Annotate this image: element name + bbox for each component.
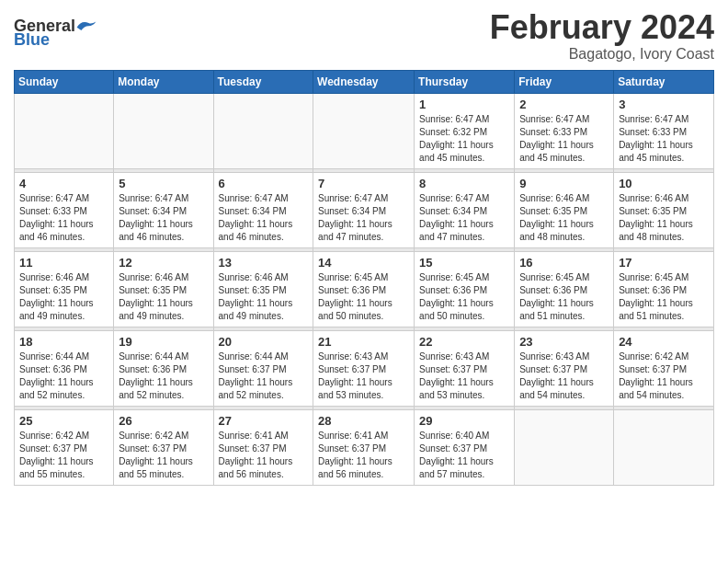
calendar-cell: 1Sunrise: 6:47 AM Sunset: 6:32 PM Daylig…	[415, 93, 515, 168]
calendar-week-3: 11Sunrise: 6:46 AM Sunset: 6:35 PM Dayli…	[15, 251, 714, 327]
calendar-cell: 5Sunrise: 6:47 AM Sunset: 6:34 PM Daylig…	[114, 172, 213, 247]
calendar-cell: 16Sunrise: 6:45 AM Sunset: 6:36 PM Dayli…	[515, 251, 614, 327]
cell-day-number: 17	[619, 256, 709, 270]
calendar-cell: 9Sunrise: 6:46 AM Sunset: 6:35 PM Daylig…	[515, 172, 614, 247]
cell-info: Sunrise: 6:45 AM Sunset: 6:36 PM Dayligh…	[419, 271, 509, 323]
cell-info: Sunrise: 6:47 AM Sunset: 6:34 PM Dayligh…	[419, 192, 509, 244]
calendar-cell: 17Sunrise: 6:45 AM Sunset: 6:36 PM Dayli…	[614, 251, 714, 327]
cell-info: Sunrise: 6:45 AM Sunset: 6:36 PM Dayligh…	[519, 271, 609, 323]
calendar-cell: 7Sunrise: 6:47 AM Sunset: 6:34 PM Daylig…	[313, 172, 415, 247]
cell-info: Sunrise: 6:47 AM Sunset: 6:33 PM Dayligh…	[619, 113, 709, 165]
cell-day-number: 2	[519, 98, 609, 111]
header-saturday: Saturday	[614, 70, 714, 93]
cell-day-number: 21	[318, 335, 409, 349]
calendar-cell: 15Sunrise: 6:45 AM Sunset: 6:36 PM Dayli…	[415, 251, 515, 327]
cell-info: Sunrise: 6:47 AM Sunset: 6:34 PM Dayligh…	[119, 192, 208, 244]
calendar-cell: 28Sunrise: 6:41 AM Sunset: 6:37 PM Dayli…	[313, 409, 415, 485]
calendar-cell: 23Sunrise: 6:43 AM Sunset: 6:37 PM Dayli…	[515, 330, 614, 406]
cell-info: Sunrise: 6:45 AM Sunset: 6:36 PM Dayligh…	[318, 271, 409, 323]
calendar-week-5: 25Sunrise: 6:42 AM Sunset: 6:37 PM Dayli…	[15, 409, 714, 485]
cell-day-number: 23	[519, 335, 609, 349]
cell-info: Sunrise: 6:41 AM Sunset: 6:37 PM Dayligh…	[219, 430, 309, 481]
header-wednesday: Wednesday	[313, 70, 415, 93]
cell-info: Sunrise: 6:47 AM Sunset: 6:33 PM Dayligh…	[519, 113, 609, 165]
cell-info: Sunrise: 6:46 AM Sunset: 6:35 PM Dayligh…	[19, 271, 108, 323]
calendar-cell: 3Sunrise: 6:47 AM Sunset: 6:33 PM Daylig…	[614, 93, 714, 168]
calendar-cell: 14Sunrise: 6:45 AM Sunset: 6:36 PM Dayli…	[313, 251, 415, 327]
header-tuesday: Tuesday	[213, 70, 313, 93]
cell-info: Sunrise: 6:47 AM Sunset: 6:33 PM Dayligh…	[19, 192, 108, 244]
cell-info: Sunrise: 6:46 AM Sunset: 6:35 PM Dayligh…	[219, 271, 309, 323]
cell-info: Sunrise: 6:41 AM Sunset: 6:37 PM Dayligh…	[318, 430, 409, 481]
cell-day-number: 19	[119, 335, 208, 349]
calendar-cell: 8Sunrise: 6:47 AM Sunset: 6:34 PM Daylig…	[415, 172, 515, 247]
cell-day-number: 8	[419, 177, 509, 190]
cell-day-number: 6	[219, 177, 309, 190]
cell-info: Sunrise: 6:47 AM Sunset: 6:34 PM Dayligh…	[219, 192, 309, 244]
calendar-cell: 10Sunrise: 6:46 AM Sunset: 6:35 PM Dayli…	[614, 172, 714, 247]
cell-day-number: 1	[419, 98, 509, 111]
cell-day-number: 25	[19, 414, 108, 428]
calendar-cell: 4Sunrise: 6:47 AM Sunset: 6:33 PM Daylig…	[15, 172, 114, 247]
cell-day-number: 16	[519, 256, 609, 270]
cell-info: Sunrise: 6:44 AM Sunset: 6:36 PM Dayligh…	[19, 350, 108, 402]
calendar-header-row: SundayMondayTuesdayWednesdayThursdayFrid…	[15, 70, 714, 93]
cell-day-number: 3	[619, 98, 709, 111]
cell-info: Sunrise: 6:46 AM Sunset: 6:35 PM Dayligh…	[519, 192, 609, 244]
calendar-week-2: 4Sunrise: 6:47 AM Sunset: 6:33 PM Daylig…	[15, 172, 714, 247]
cell-info: Sunrise: 6:44 AM Sunset: 6:36 PM Dayligh…	[119, 350, 208, 402]
cell-info: Sunrise: 6:47 AM Sunset: 6:34 PM Dayligh…	[318, 192, 409, 244]
cell-info: Sunrise: 6:46 AM Sunset: 6:35 PM Dayligh…	[119, 271, 208, 323]
calendar-week-4: 18Sunrise: 6:44 AM Sunset: 6:36 PM Dayli…	[15, 330, 714, 406]
logo-blue: Blue	[14, 30, 50, 50]
title-area: February 2024 Bagatogo, Ivory Coast	[490, 9, 714, 63]
cell-day-number: 11	[19, 256, 108, 270]
calendar-cell: 24Sunrise: 6:42 AM Sunset: 6:37 PM Dayli…	[614, 330, 714, 406]
cell-info: Sunrise: 6:44 AM Sunset: 6:37 PM Dayligh…	[219, 350, 309, 402]
calendar-cell: 27Sunrise: 6:41 AM Sunset: 6:37 PM Dayli…	[213, 409, 313, 485]
cell-day-number: 29	[419, 414, 509, 428]
calendar-cell: 22Sunrise: 6:43 AM Sunset: 6:37 PM Dayli…	[415, 330, 515, 406]
calendar-cell: 11Sunrise: 6:46 AM Sunset: 6:35 PM Dayli…	[15, 251, 114, 327]
calendar-cell	[213, 93, 313, 168]
calendar-cell: 25Sunrise: 6:42 AM Sunset: 6:37 PM Dayli…	[15, 409, 114, 485]
cell-day-number: 26	[119, 414, 208, 428]
cell-info: Sunrise: 6:45 AM Sunset: 6:36 PM Dayligh…	[619, 271, 709, 323]
calendar-cell: 20Sunrise: 6:44 AM Sunset: 6:37 PM Dayli…	[213, 330, 313, 406]
header-monday: Monday	[114, 70, 213, 93]
logo-bird-icon	[75, 17, 97, 36]
calendar-cell: 6Sunrise: 6:47 AM Sunset: 6:34 PM Daylig…	[213, 172, 313, 247]
cell-info: Sunrise: 6:43 AM Sunset: 6:37 PM Dayligh…	[519, 350, 609, 402]
calendar-week-1: 1Sunrise: 6:47 AM Sunset: 6:32 PM Daylig…	[15, 93, 714, 168]
cell-day-number: 28	[318, 414, 409, 428]
cell-day-number: 15	[419, 256, 509, 270]
month-title: February 2024	[490, 9, 714, 46]
calendar-cell	[614, 409, 714, 485]
cell-day-number: 9	[519, 177, 609, 190]
calendar-body: 1Sunrise: 6:47 AM Sunset: 6:32 PM Daylig…	[15, 93, 714, 485]
cell-day-number: 27	[219, 414, 309, 428]
cell-info: Sunrise: 6:43 AM Sunset: 6:37 PM Dayligh…	[419, 350, 509, 402]
calendar-cell: 13Sunrise: 6:46 AM Sunset: 6:35 PM Dayli…	[213, 251, 313, 327]
calendar-cell: 29Sunrise: 6:40 AM Sunset: 6:37 PM Dayli…	[415, 409, 515, 485]
cell-info: Sunrise: 6:46 AM Sunset: 6:35 PM Dayligh…	[619, 192, 709, 244]
logo: General Blue	[14, 17, 97, 50]
cell-day-number: 22	[419, 335, 509, 349]
calendar-table: SundayMondayTuesdayWednesdayThursdayFrid…	[14, 70, 714, 486]
cell-day-number: 7	[318, 177, 409, 190]
cell-day-number: 18	[19, 335, 108, 349]
calendar-cell: 21Sunrise: 6:43 AM Sunset: 6:37 PM Dayli…	[313, 330, 415, 406]
cell-day-number: 5	[119, 177, 208, 190]
location-subtitle: Bagatogo, Ivory Coast	[490, 46, 714, 63]
cell-info: Sunrise: 6:42 AM Sunset: 6:37 PM Dayligh…	[619, 350, 709, 402]
cell-day-number: 24	[619, 335, 709, 349]
calendar-cell	[15, 93, 114, 168]
calendar-cell: 12Sunrise: 6:46 AM Sunset: 6:35 PM Dayli…	[114, 251, 213, 327]
cell-info: Sunrise: 6:42 AM Sunset: 6:37 PM Dayligh…	[119, 430, 208, 481]
page-header: General Blue February 2024 Bagatogo, Ivo…	[14, 9, 714, 63]
calendar-cell: 26Sunrise: 6:42 AM Sunset: 6:37 PM Dayli…	[114, 409, 213, 485]
cell-day-number: 13	[219, 256, 309, 270]
header-thursday: Thursday	[415, 70, 515, 93]
calendar-cell	[313, 93, 415, 168]
calendar-cell: 19Sunrise: 6:44 AM Sunset: 6:36 PM Dayli…	[114, 330, 213, 406]
